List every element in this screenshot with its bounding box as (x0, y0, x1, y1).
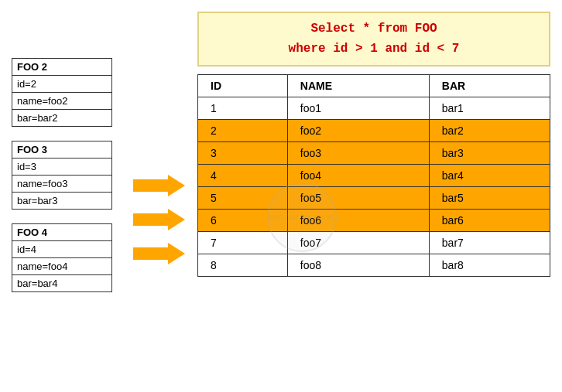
arrows-panel (128, 12, 190, 380)
table-cell: bar8 (429, 254, 550, 277)
foo-card-row: id=2 (12, 76, 111, 93)
right-panel: Select * from FOOwhere id > 1 and id < 7… (197, 12, 550, 380)
table-cell: bar3 (429, 142, 550, 165)
foo-card: FOO 3id=3name=foo3bar=bar3 (12, 141, 112, 210)
table-cell: foo3 (287, 142, 429, 165)
arrow-body (133, 179, 168, 192)
table-cell: bar5 (429, 187, 550, 210)
table-cell: bar4 (429, 165, 550, 187)
main-container: FOO 2id=2name=foo2bar=bar2FOO 3id=3name=… (0, 0, 562, 392)
table-cell: 1 (198, 97, 288, 120)
table-header: ID (198, 75, 288, 97)
table-cell: 7 (198, 232, 288, 254)
table-cell: 8 (198, 254, 288, 277)
table-row: 8foo8bar8 (198, 254, 550, 277)
table-cell: foo6 (287, 210, 429, 232)
query-line2: where id > 1 and id < 7 (289, 42, 460, 56)
table-cell: foo4 (287, 165, 429, 187)
table-cell: bar1 (429, 97, 550, 120)
table-cell: 5 (198, 187, 288, 210)
left-panel: FOO 2id=2name=foo2bar=bar2FOO 3id=3name=… (12, 12, 120, 380)
arrow (133, 175, 185, 196)
foo-card-row: id=4 (12, 241, 111, 258)
table-cell: foo8 (287, 254, 429, 277)
table-cell: bar6 (429, 210, 550, 232)
foo-card-row: name=foo4 (12, 258, 111, 275)
foo-card: FOO 2id=2name=foo2bar=bar2 (12, 58, 112, 127)
foo-card-row: name=foo3 (12, 176, 111, 193)
table-row: 3foo3bar3 (198, 142, 550, 165)
table-cell: 3 (198, 142, 288, 165)
table-row: 1foo1bar1 (198, 97, 550, 120)
query-line1: Select * from FOO (310, 22, 437, 36)
foo-card-row: bar=bar3 (12, 193, 111, 209)
table-cell: foo7 (287, 232, 429, 254)
table-cell: foo1 (287, 97, 429, 120)
arrow-head (168, 243, 185, 264)
table-cell: bar7 (429, 232, 550, 254)
foo-card-row: bar=bar4 (12, 275, 111, 291)
result-table: IDNAMEBAR 1foo1bar12foo2bar23foo3bar34fo… (197, 74, 550, 277)
table-row: 7foo7bar7 (198, 232, 550, 254)
foo-card-title: FOO 2 (12, 59, 111, 76)
arrow (133, 209, 185, 230)
table-header: BAR (429, 75, 550, 97)
foo-card-title: FOO 4 (12, 224, 111, 241)
arrow-body (133, 213, 168, 226)
foo-card-row: name=foo2 (12, 93, 111, 110)
table-cell: 4 (198, 165, 288, 187)
table-row: 4foo4bar4 (198, 165, 550, 187)
foo-card-row: id=3 (12, 159, 111, 176)
foo-card-row: bar=bar2 (12, 110, 111, 126)
foo-card-title: FOO 3 (12, 141, 111, 159)
table-cell: foo5 (287, 187, 429, 210)
arrow (133, 243, 185, 264)
table-row: 2foo2bar2 (198, 120, 550, 142)
arrow-head (168, 175, 185, 196)
table-header: NAME (287, 75, 429, 97)
arrow-body (133, 247, 168, 260)
table-cell: foo2 (287, 120, 429, 142)
table-cell: 6 (198, 210, 288, 232)
table-row: 6foo6bar6 (198, 210, 550, 232)
arrow-head (168, 209, 185, 230)
query-box: Select * from FOOwhere id > 1 and id < 7 (197, 12, 550, 66)
table-cell: 2 (198, 120, 288, 142)
table-row: 5foo5bar5 (198, 187, 550, 210)
foo-card: FOO 4id=4name=foo4bar=bar4 (12, 223, 112, 292)
table-cell: bar2 (429, 120, 550, 142)
